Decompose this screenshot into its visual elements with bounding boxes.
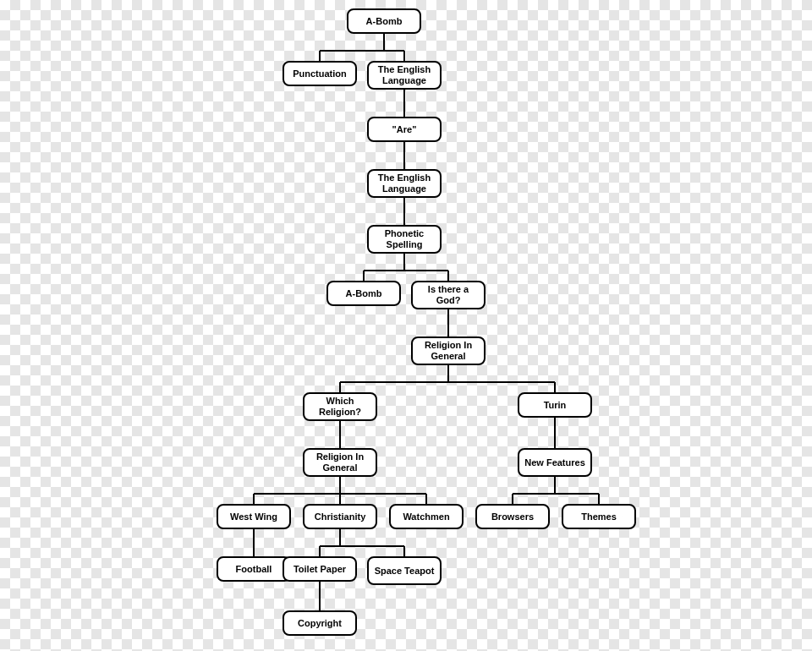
node-n4: The English Language <box>367 169 442 198</box>
node-n14: Christianity <box>303 504 377 529</box>
node-n1: Punctuation <box>283 61 357 86</box>
node-n9: Which Religion? <box>303 392 377 421</box>
node-n18: Football <box>217 556 291 582</box>
node-n16: Browsers <box>475 504 550 529</box>
node-n6: A-Bomb <box>326 281 401 306</box>
node-n12: New Features <box>518 448 592 477</box>
node-n11: Religion In General <box>303 448 377 477</box>
node-n0: A-Bomb <box>347 8 421 34</box>
node-n10: Turin <box>518 392 592 418</box>
node-n21: Copyright <box>283 610 357 636</box>
node-n3: "Are" <box>367 117 442 142</box>
node-n20: Space Teapot <box>367 556 442 585</box>
node-n2: The English Language <box>367 61 442 90</box>
node-n13: West Wing <box>217 504 291 529</box>
node-n7: Is there a God? <box>411 281 486 309</box>
node-n5: Phonetic Spelling <box>367 225 442 254</box>
connector-lines <box>0 0 812 651</box>
node-n8: Religion In General <box>411 336 486 365</box>
node-n15: Watchmen <box>389 504 464 529</box>
node-n17: Themes <box>562 504 636 529</box>
node-n19: Toilet Paper <box>283 556 357 582</box>
